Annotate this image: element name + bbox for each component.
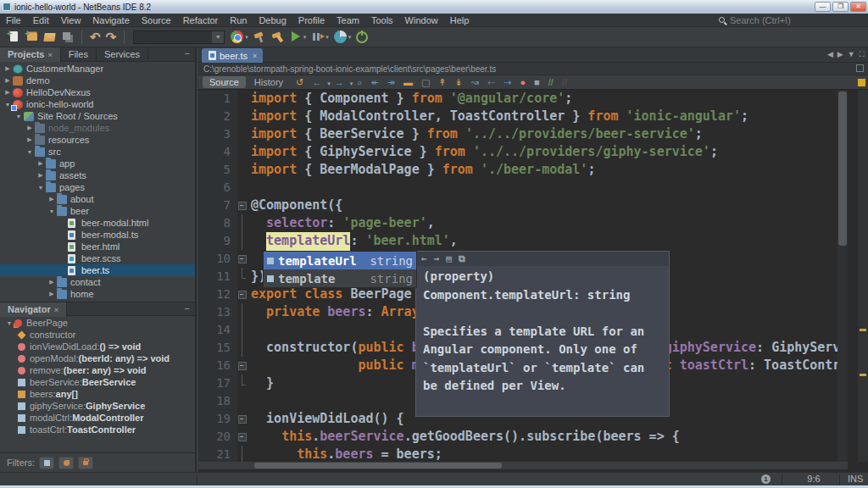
stop-icon[interactable] [356,31,368,43]
show-inherited-filter-button[interactable] [58,457,74,469]
line-number[interactable]: 15 [198,339,234,357]
tree-item-beer-html[interactable]: beer.html [0,241,195,252]
collapse-arrow-icon[interactable]: ▼ [14,114,23,119]
navigator-item-modalctrl[interactable]: modalCtrl : ModalController [0,412,195,424]
back-icon[interactable]: ← [312,77,321,87]
tree-item-beer-modal-html[interactable]: beer-modal.html [0,217,195,229]
chevron-down-icon[interactable]: ▼ [212,31,224,43]
line-number[interactable]: 12 [198,286,234,303]
line-number[interactable]: 5 [198,161,234,179]
menu-window[interactable]: Window [399,15,444,25]
tab-navigator[interactable]: Navigator× [0,302,67,317]
code-line-3[interactable]: 3import { BeerService } from '../../prov… [198,125,848,143]
navigator-item-beers[interactable]: beers : any[] [0,388,195,400]
show-fields-filter-button[interactable] [39,457,54,469]
tree-item-beer-modal-ts[interactable]: beer-modal.ts [0,229,195,241]
tree-item-beer[interactable]: ▼beer [0,205,195,217]
chevron-down-icon[interactable]: ▾ [350,80,353,86]
horizontal-scrollbar[interactable] [198,462,848,469]
code-line-5[interactable]: 5import { BeerModalPage } from './beer-m… [198,161,848,179]
code-line-1[interactable]: 1import { Component } from '@angular/cor… [198,90,848,108]
notification-icon[interactable]: 1 [761,474,771,484]
tab-projects[interactable]: Projects× [0,47,61,62]
line-number[interactable]: 3 [198,125,234,143]
completion-item-template[interactable]: templatestring [264,269,416,287]
expand-arrow-icon[interactable]: ▶ [36,160,45,167]
tab-services[interactable]: Services [97,47,148,62]
quick-search[interactable]: Search (Ctrl+I) [719,14,863,26]
scrollbar-thumb[interactable] [838,92,847,246]
line-number[interactable]: 6 [198,179,234,197]
code-line-2[interactable]: 2import { ModalController, ToastControll… [198,108,848,125]
expand-arrow-icon[interactable]: ▶ [47,196,56,202]
navigator-item-ionviewdidload[interactable]: ionViewDidLoad : () => void [0,341,195,352]
history-view-button[interactable]: History [246,77,292,87]
code-line-8[interactable]: 8 selector: 'page-beer', [198,214,848,232]
menu-help[interactable]: Help [444,15,476,25]
minimize-panel-icon[interactable]: − [185,48,190,58]
menu-debug[interactable]: Debug [253,15,292,25]
rect-selection-icon[interactable]: ▢ [421,77,430,87]
tree-item-src[interactable]: ▼src [0,146,195,158]
menu-file[interactable]: File [0,15,27,25]
prev-bookmark-icon[interactable]: ↟ [438,77,446,87]
tree-item-hellodevnexus[interactable]: ▶HelloDevNexus [0,86,195,98]
clean-build-icon[interactable] [271,30,284,43]
tree-item-customermanager[interactable]: ▶CustomerManager [0,63,195,75]
last-edit-icon[interactable]: ↺ [296,77,303,87]
doc-source-icon[interactable]: ▤ [446,253,452,264]
collapse-arrow-icon[interactable]: ▼ [5,320,14,326]
navigator-item-openmodal[interactable]: openModal : (beerId: any) => void [0,352,195,364]
scroll-tabs-left-icon[interactable]: ◀ [827,50,833,59]
error-stripe[interactable] [858,90,868,462]
redo-icon[interactable]: ↷ [106,30,117,43]
tree-item-site-root-sources[interactable]: ▼Site Root / Sources [0,110,195,122]
line-number[interactable]: 1 [198,90,234,108]
line-number[interactable]: 4 [198,143,234,161]
close-icon[interactable]: × [47,51,52,59]
code-line-6[interactable]: 6 [198,179,848,197]
fold-toggle-icon[interactable] [234,410,251,428]
stop-macro-icon[interactable]: ■ [534,77,540,87]
profile-icon[interactable] [334,30,347,43]
navigator-item-giphyservice[interactable]: giphyService : GiphyService [0,400,195,412]
expand-arrow-icon[interactable]: ▶ [47,279,56,286]
tab-list-icon[interactable]: ▼ [848,50,855,59]
next-bookmark-icon[interactable]: ↡ [455,77,463,87]
line-number[interactable]: 10 [198,250,234,268]
menu-profile[interactable]: Profile [292,15,331,25]
open-project-icon[interactable] [43,30,56,43]
collapse-arrow-icon[interactable]: ▼ [47,208,56,214]
chevron-down-icon[interactable]: ▾ [303,34,307,41]
tree-item-ionic-hello-world[interactable]: ▼ionic-hello-world [0,98,195,110]
chevron-down-icon[interactable]: ▾ [348,34,352,41]
maximize-button[interactable]: ❐ [832,2,849,12]
code-editor[interactable]: 1import { Component } from '@angular/cor… [198,90,848,462]
menu-team[interactable]: Team [331,15,365,25]
undo-icon[interactable]: ↶ [90,30,101,43]
find-selection-icon[interactable]: ⌕ [357,77,362,87]
next-position-icon[interactable]: ⇢ [504,77,511,87]
tree-item-beer-ts[interactable]: beer.ts [0,264,195,276]
fold-toggle-icon[interactable] [234,286,251,303]
menu-run[interactable]: Run [224,15,253,25]
new-file-icon[interactable] [8,30,20,43]
fold-toggle-icon[interactable] [234,250,251,268]
build-icon[interactable] [253,30,266,43]
navigator-item-beerpage[interactable]: ▼BeerPage [0,317,195,329]
tree-item-node-modules[interactable]: ▶node_modules [0,122,195,134]
expand-arrow-icon[interactable]: ▶ [3,77,12,84]
expand-arrow-icon[interactable]: ▶ [47,291,56,297]
line-number[interactable]: 11 [198,268,234,286]
forward-icon[interactable]: → [335,77,344,87]
tree-item-demo[interactable]: ▶demo [0,75,195,86]
toggle-highlight-icon[interactable]: ▬ [403,77,413,87]
line-number[interactable]: 14 [198,321,234,339]
line-number[interactable]: 20 [198,428,234,446]
collapse-arrow-icon[interactable]: ▼ [36,185,45,191]
warning-mark[interactable] [860,374,866,376]
warning-mark[interactable] [860,329,866,331]
code-line-9[interactable]: 9 templateUrl: 'beer.html', [198,232,848,250]
tab-files[interactable]: Files [61,47,97,62]
doc-forward-icon[interactable]: → [434,253,440,264]
